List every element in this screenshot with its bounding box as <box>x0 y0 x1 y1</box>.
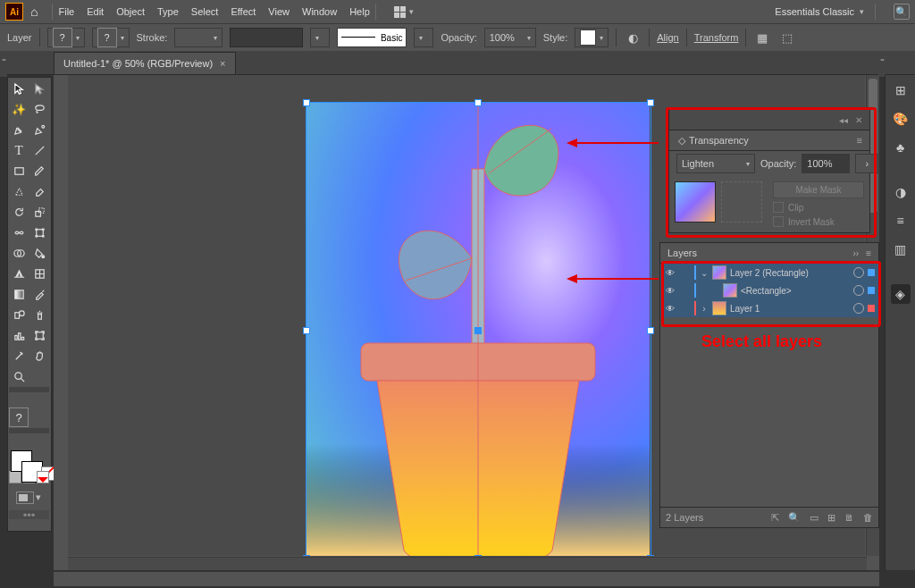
fill-dropdown[interactable]: ?▾ <box>47 28 85 47</box>
transparency-thumb[interactable] <box>675 181 716 223</box>
align-link[interactable]: Align <box>657 32 678 43</box>
rectangle-tool[interactable] <box>9 161 29 181</box>
symbol-sprayer-tool[interactable] <box>29 305 49 324</box>
selection-tool[interactable] <box>9 79 29 98</box>
swatches-panel-icon[interactable]: ♣ <box>891 138 911 157</box>
type-tool[interactable]: T <box>9 140 29 160</box>
style-dropdown[interactable]: ▾ <box>575 28 609 47</box>
pen-tool[interactable] <box>9 120 29 139</box>
gradient-panel-icon[interactable]: ◑ <box>891 182 911 202</box>
delete-layer-icon[interactable]: 🗑 <box>863 512 873 523</box>
selection-indicator[interactable] <box>868 287 875 294</box>
close-tab-icon[interactable]: × <box>220 58 225 69</box>
panel-menu-icon[interactable]: ≡ <box>850 130 869 150</box>
transform-link[interactable]: Transform <box>694 32 739 43</box>
invert-mask-checkbox[interactable]: Invert Mask <box>773 216 864 227</box>
blend-tool[interactable] <box>9 305 29 324</box>
export-icon[interactable]: ⇱ <box>771 512 779 524</box>
visibility-icon[interactable]: 👁 <box>664 286 676 296</box>
menu-window[interactable]: Window <box>302 6 337 17</box>
home-icon[interactable]: ⌂ <box>30 4 38 19</box>
target-icon[interactable] <box>853 303 864 314</box>
menu-object[interactable]: Object <box>116 6 145 17</box>
free-transform-tool[interactable] <box>29 223 49 242</box>
slice-tool[interactable] <box>9 346 29 365</box>
transparency-tab[interactable]: ◇Transparency <box>669 130 758 150</box>
eyedropper-tool[interactable] <box>29 284 49 304</box>
magic-wand-tool[interactable]: ✨ <box>9 99 29 119</box>
mask-thumb[interactable] <box>721 181 762 223</box>
new-layer-icon[interactable]: 🗎 <box>844 512 854 523</box>
close-panel-icon[interactable]: ✕ <box>855 115 862 125</box>
hand-tool[interactable] <box>29 346 49 365</box>
collapse-icon[interactable]: ◂◂ <box>839 115 848 125</box>
fill-stroke-swatch[interactable] <box>9 449 49 468</box>
layer-row[interactable]: 👁 › Layer 1 <box>660 299 878 317</box>
width-tool[interactable] <box>9 223 29 242</box>
make-mask-button[interactable]: Make Mask <box>773 181 864 198</box>
horizontal-scrollbar[interactable] <box>68 557 867 570</box>
layer-name[interactable]: <Rectangle> <box>741 286 792 296</box>
workspace-switcher[interactable]: Essentials Classic <box>775 6 854 17</box>
menu-effect[interactable]: Effect <box>231 6 256 17</box>
scale-tool[interactable] <box>29 202 49 222</box>
stroke-dropdown[interactable]: ?▾ <box>92 28 130 47</box>
menu-view[interactable]: View <box>268 6 290 17</box>
gradient-tool[interactable] <box>9 284 29 304</box>
arrange-documents[interactable]: ▾ <box>394 6 414 18</box>
eraser-tool[interactable] <box>29 181 49 201</box>
direct-selection-tool[interactable] <box>29 79 49 98</box>
target-icon[interactable] <box>853 285 864 296</box>
menu-type[interactable]: Type <box>157 6 179 17</box>
paintbrush-tool[interactable] <box>29 161 49 181</box>
lasso-tool[interactable] <box>29 99 49 119</box>
properties-panel-icon[interactable]: ⊞ <box>891 80 911 100</box>
opacity-field[interactable]: 100%▾ <box>484 28 536 47</box>
color-panel-icon[interactable]: 🎨 <box>891 109 911 129</box>
panel-opacity-field[interactable]: 100% <box>802 154 850 173</box>
layers-tab[interactable]: Layers <box>667 248 697 258</box>
menu-select[interactable]: Select <box>191 6 219 17</box>
twirl-icon[interactable]: › <box>700 304 709 314</box>
clip-checkbox[interactable]: Clip <box>773 202 864 213</box>
curvature-tool[interactable] <box>29 120 49 139</box>
transparency-panel-icon[interactable]: ▥ <box>891 239 911 259</box>
search-icon[interactable]: 🔍 <box>894 4 910 20</box>
line-tool[interactable] <box>29 140 49 160</box>
visibility-icon[interactable]: 👁 <box>664 304 676 314</box>
zoom-tool[interactable] <box>9 366 29 386</box>
brush-definition[interactable]: Basic <box>337 28 407 47</box>
live-paint-tool[interactable] <box>29 243 49 263</box>
rotate-tool[interactable] <box>9 202 29 222</box>
column-graph-tool[interactable] <box>9 325 29 345</box>
menu-help[interactable]: Help <box>349 6 370 17</box>
perspective-grid-tool[interactable] <box>9 264 29 283</box>
shaper-tool[interactable] <box>9 181 29 201</box>
stroke-weight[interactable]: ▾ <box>174 28 222 47</box>
edit-toolbar[interactable]: ••• <box>9 510 49 519</box>
twirl-icon[interactable]: ⌄ <box>700 268 709 278</box>
blend-mode-dropdown[interactable]: Lighten▾ <box>676 154 755 173</box>
opacity-slider-toggle[interactable]: › <box>855 154 878 173</box>
mesh-tool[interactable] <box>29 264 49 283</box>
target-icon[interactable] <box>853 267 864 278</box>
layers-menu-icon[interactable]: ≡ <box>866 248 871 258</box>
new-sublayer-icon[interactable]: ⊞ <box>827 512 835 524</box>
isolate-icon[interactable]: ▦ <box>753 29 771 46</box>
screen-mode-row[interactable]: ▾ <box>9 490 49 509</box>
selection-indicator[interactable] <box>868 305 875 312</box>
stroke-panel-icon[interactable]: ≡ <box>891 211 911 231</box>
panel-expand-icon[interactable]: ›› <box>852 248 859 258</box>
selection-indicator[interactable] <box>868 269 875 276</box>
locate-icon[interactable]: 🔍 <box>788 512 801 524</box>
shape-builder-tool[interactable] <box>9 243 29 263</box>
layer-row[interactable]: 👁 ⌄ Layer 2 (Rectangle) <box>660 264 878 281</box>
menu-file[interactable]: File <box>58 6 74 17</box>
layers-panel-icon[interactable]: ◈ <box>891 284 911 304</box>
layer-row[interactable]: 👁 <Rectangle> <box>660 281 878 299</box>
select-similar-icon[interactable]: ⬚ <box>778 29 796 46</box>
unknown-tool[interactable]: ? <box>9 407 29 427</box>
clip-mask-icon[interactable]: ▭ <box>810 512 818 524</box>
document-tab[interactable]: Untitled-1* @ 50% (RGB/Preview) × <box>54 52 236 74</box>
artboard-tool[interactable] <box>29 325 49 345</box>
